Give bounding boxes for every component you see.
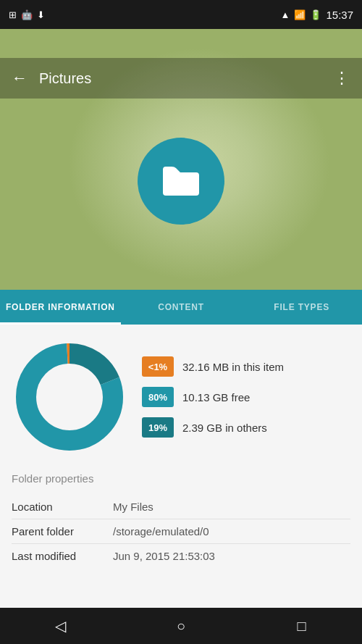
legend-badge-less-than-1: <1% xyxy=(142,356,174,377)
property-value-location: My Files xyxy=(113,501,153,513)
nav-back-button[interactable]: ◁ xyxy=(42,608,78,644)
status-icons-right: ▲ 📶 🔋 15:37 xyxy=(281,9,353,21)
legend-text-1: 10.13 GB free xyxy=(182,391,250,403)
property-row-modified: Last modified Jun 9, 2015 21:53:03 xyxy=(12,544,350,568)
legend-item-2: 19% 2.39 GB in others xyxy=(142,417,350,438)
toolbar-title: Pictures xyxy=(39,70,334,87)
tab-folder-information[interactable]: FOLDER INFORMATION xyxy=(0,290,121,325)
toolbar: ← Pictures ⋮ xyxy=(0,58,362,99)
status-bar: ⊞ 🤖 ⬇ ▲ 📶 🔋 15:37 xyxy=(0,0,362,29)
property-row-parent: Parent folder /storage/emulated/0 xyxy=(12,519,350,544)
status-time: 15:37 xyxy=(326,9,353,21)
chart-legend: <1% 32.16 MB in this item 80% 10.13 GB f… xyxy=(142,356,350,438)
battery-icon: 🔋 xyxy=(310,9,321,20)
google-play-icon: ⊞ xyxy=(9,9,17,20)
property-label-parent: Parent folder xyxy=(12,525,113,538)
chart-section: <1% 32.16 MB in this item 80% 10.13 GB f… xyxy=(12,339,350,455)
svg-point-4 xyxy=(38,365,101,429)
properties-title: Folder properties xyxy=(12,472,350,485)
property-value-parent: /storage/emulated/0 xyxy=(113,525,209,538)
main-content: <1% 32.16 MB in this item 80% 10.13 GB f… xyxy=(0,325,362,582)
android-icon: 🤖 xyxy=(21,9,33,20)
hero-image: ← Pictures ⋮ xyxy=(0,29,362,290)
more-menu-button[interactable]: ⋮ xyxy=(334,69,350,88)
property-label-location: Location xyxy=(12,501,113,513)
wifi-icon: ▲ xyxy=(281,9,290,20)
status-icons-left: ⊞ 🤖 ⬇ xyxy=(9,9,45,20)
folder-icon-circle xyxy=(138,138,224,225)
donut-svg xyxy=(12,339,127,455)
tab-content[interactable]: CONTENT xyxy=(121,290,242,325)
legend-text-0: 32.16 MB in this item xyxy=(182,361,284,373)
nav-recents-button[interactable]: □ xyxy=(284,608,320,644)
legend-badge-80: 80% xyxy=(142,387,174,407)
download-icon: ⬇ xyxy=(37,9,45,20)
legend-item-1: 80% 10.13 GB free xyxy=(142,387,350,407)
nav-home-button[interactable]: ○ xyxy=(163,608,199,644)
properties-section: Folder properties Location My Files Pare… xyxy=(12,472,350,568)
property-label-modified: Last modified xyxy=(12,550,113,562)
tabs-bar: FOLDER INFORMATION CONTENT FILE TYPES xyxy=(0,290,362,325)
navigation-bar: ◁ ○ □ xyxy=(0,608,362,644)
property-value-modified: Jun 9, 2015 21:53:03 xyxy=(113,550,215,562)
tab-file-types[interactable]: FILE TYPES xyxy=(241,290,362,325)
back-button[interactable]: ← xyxy=(12,69,28,88)
property-row-location: Location My Files xyxy=(12,495,350,519)
donut-chart xyxy=(12,339,127,455)
folder-icon xyxy=(160,164,202,198)
legend-item-0: <1% 32.16 MB in this item xyxy=(142,356,350,377)
signal-icon: 📶 xyxy=(294,9,306,20)
legend-text-2: 2.39 GB in others xyxy=(182,422,267,434)
legend-badge-19: 19% xyxy=(142,417,174,438)
